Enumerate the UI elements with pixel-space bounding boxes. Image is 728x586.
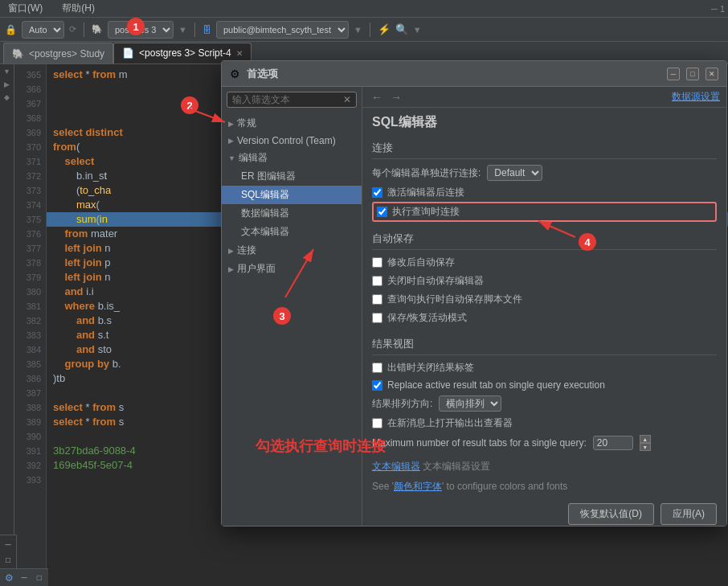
restore-default-btn[interactable]: 恢复默认值(D) [568, 503, 654, 525]
tree-search-clear-icon[interactable]: ✕ [343, 94, 351, 105]
tab-script4-label: <postgres 3> Script-4 [139, 47, 231, 59]
dialog-body: ✕ ▶ 常规 ▶ Version Control (Team) [222, 87, 726, 526]
row-open-in-new: 在新消息上打开输出出查看器 [372, 414, 717, 432]
main-window: 窗口(W) 帮助(H) ─ 1 🔒 Auto ⟳ 🐘 postgres 3 ▼ … [0, 0, 728, 586]
tree-search-input[interactable] [232, 94, 340, 105]
tree-search[interactable]: ✕ [227, 92, 357, 108]
breadcrumb-link[interactable]: 数据源设置 [672, 90, 720, 104]
tree-item-text[interactable]: 文本编辑器 [222, 223, 362, 241]
open-in-new-checkbox[interactable] [372, 418, 382, 428]
gutter-nav-icon[interactable]: ▶ [2, 79, 13, 90]
status-icon2[interactable]: ─ [18, 572, 31, 584]
max-tabs-spinner[interactable]: ▲ ▼ [640, 435, 651, 451]
save-on-exec-label[interactable]: 查询句执行时自动保存脚本文件 [372, 293, 522, 306]
tree-items: ▶ 常规 ▶ Version Control (Team) ▼ 编辑 [222, 113, 362, 526]
connect-on-query-checkbox[interactable] [377, 207, 387, 217]
dialog-maximize-btn[interactable]: □ [686, 68, 699, 80]
close-on-error-text: 出错时关闭结果标签 [387, 361, 474, 375]
activate-connect-text: 激活编辑器后连接 [387, 186, 464, 199]
each-editor-label: 每个编辑器单独进行连接: [372, 166, 481, 180]
tree-group-editor-label[interactable]: ▼ 编辑器 [222, 149, 362, 167]
tree-group-ui-text: 用户界面 [237, 262, 276, 276]
left-gutter: ▼ ▶ ◆ [0, 64, 14, 586]
tab-close-icon[interactable]: ✕ [236, 49, 243, 58]
left-panel-btn2[interactable]: □ [2, 553, 14, 566]
close-on-error-checkbox[interactable] [372, 363, 382, 373]
text-editor-link[interactable]: 文本编辑器 [372, 461, 420, 472]
replace-active-text: Replace active result tab on single quer… [387, 379, 605, 391]
db-selector[interactable]: postgres 3 [108, 21, 174, 39]
tree-item-data[interactable]: 数据编辑器 [222, 204, 362, 223]
tree-group-general-label[interactable]: ▶ 常规 [222, 114, 362, 133]
auto-selector[interactable]: Auto [22, 21, 64, 39]
nav-back-btn[interactable]: ← [369, 91, 385, 104]
tree-group-ui-label[interactable]: ▶ 用户界面 [222, 260, 362, 278]
close-autosave-checkbox[interactable] [372, 276, 382, 286]
gutter-bookmark-icon[interactable]: ◆ [2, 92, 13, 103]
tree-group-vcs: ▶ Version Control (Team) [222, 133, 362, 149]
dialog-title-icon: ⚙ [230, 68, 240, 80]
save-on-modify-text: 修改后自动保存 [387, 256, 455, 269]
each-editor-select[interactable]: Default [487, 165, 542, 181]
tab-study[interactable]: 🐘 <postgres> Study [3, 43, 113, 64]
close-on-error-label[interactable]: 出错时关闭结果标签 [372, 361, 474, 375]
line-numbers: 365366367368 369370371372 373374375376 3… [14, 64, 47, 586]
row-activate-connect: 激活编辑器后连接 [372, 183, 717, 202]
connect-on-query-label[interactable]: 执行查询时连接 [377, 205, 460, 219]
tree-item-sql[interactable]: SQL编辑器 [222, 186, 362, 204]
dialog-title-bar: ⚙ 首选项 ─ □ ✕ [222, 61, 726, 87]
row-replace-active: Replace active result tab on single quer… [372, 377, 717, 393]
save-restore-label[interactable]: 保存/恢复活动模式 [372, 311, 467, 325]
result-layout-label: 结果排列方向: [372, 397, 432, 411]
row-connect-on-query: 执行查询时连接 [372, 202, 717, 222]
gutter-fold-icon[interactable]: ▼ [2, 66, 13, 77]
menu-window[interactable]: 窗口(W) [3, 0, 47, 17]
left-panel-btn1[interactable]: ─ [2, 538, 14, 551]
save-on-exec-checkbox[interactable] [372, 294, 382, 305]
schema-selector[interactable]: public@bimtech_scyth_test [216, 21, 349, 39]
replace-active-checkbox[interactable] [372, 380, 382, 391]
tree-group-ui: ▶ 用户界面 [222, 260, 362, 278]
replace-active-label[interactable]: Replace active result tab on single quer… [372, 379, 605, 391]
nav-forward-btn[interactable]: → [388, 91, 404, 104]
save-restore-checkbox[interactable] [372, 313, 382, 323]
menu-help[interactable]: 帮助(H) [57, 0, 100, 17]
tree-item-data-label: 数据编辑器 [241, 207, 289, 220]
dialog-close-btn[interactable]: ✕ [706, 68, 718, 80]
result-layout-select[interactable]: 横向排列 [439, 395, 501, 412]
spin-down[interactable]: ▼ [640, 443, 651, 451]
settings-panel-title: SQL编辑器 [362, 108, 726, 134]
row-save-on-exec: 查询句执行时自动保存脚本文件 [372, 290, 717, 309]
spin-up[interactable]: ▲ [640, 435, 651, 443]
tree-item-er-label: ER 图编辑器 [241, 170, 296, 183]
colors-fonts-link[interactable]: 颜色和字体 [394, 481, 442, 492]
tree-item-er[interactable]: ER 图编辑器 [222, 167, 362, 186]
dialog-buttons-top: 恢复默认值(D) 应用(A) [362, 497, 726, 526]
text-editor-suffix-text: 文本编辑器设置 [423, 461, 490, 472]
menu-bar: 窗口(W) 帮助(H) ─ 1 [0, 0, 728, 18]
section-autosave-title: 自动保存 [372, 228, 717, 250]
close-autosave-label[interactable]: 关闭时自动保存编辑器 [372, 274, 484, 288]
colors-fonts-prefix: See ' [372, 481, 394, 492]
save-on-modify-checkbox[interactable] [372, 257, 382, 268]
save-on-modify-label[interactable]: 修改后自动保存 [372, 256, 455, 269]
section-results: 结果视图 出错时关闭结果标签 Replace active result tab… [362, 330, 726, 457]
activate-connect-checkbox[interactable] [372, 187, 382, 198]
tree-group-connection-label[interactable]: ▶ 连接 [222, 241, 362, 260]
tree-group-vcs-label[interactable]: ▶ Version Control (Team) [222, 133, 362, 149]
row-save-on-modify: 修改后自动保存 [372, 253, 717, 272]
connect-on-query-text: 执行查询时连接 [392, 205, 460, 219]
status-icon1[interactable]: ⚙ [3, 572, 15, 584]
open-in-new-label[interactable]: 在新消息上打开输出出查看器 [372, 416, 513, 430]
tree-group-connection: ▶ 连接 [222, 241, 362, 260]
tree-item-text-label: 文本编辑器 [241, 225, 289, 239]
open-in-new-text: 在新消息上打开输出出查看器 [387, 416, 513, 430]
close-autosave-text: 关闭时自动保存编辑器 [387, 274, 484, 288]
status-icon3[interactable]: □ [33, 572, 45, 584]
save-on-exec-text: 查询句执行时自动保存脚本文件 [387, 293, 522, 306]
dialog-minimize-btn[interactable]: ─ [667, 68, 680, 80]
row-max-tabs: Maximum number of result tabs for a sing… [372, 432, 717, 453]
max-tabs-input[interactable] [593, 436, 633, 450]
apply-btn[interactable]: 应用(A) [661, 503, 717, 525]
activate-connect-label[interactable]: 激活编辑器后连接 [372, 186, 464, 199]
